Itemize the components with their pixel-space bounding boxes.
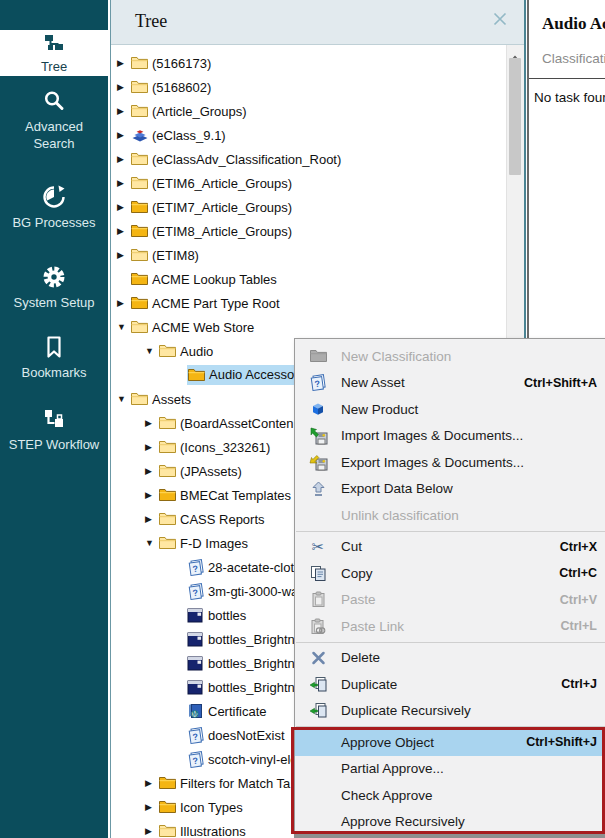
tree-row[interactable]: ▶(eClass_9.1) [111, 123, 507, 147]
expand-arrow-icon[interactable]: ▶ [145, 490, 159, 500]
collapse-arrow-icon[interactable]: ▼ [145, 346, 159, 356]
menu-item-cut[interactable]: ✂CutCtrl+X [295, 534, 605, 561]
tree-row[interactable]: ▶(ETIM6_Article_Groups) [111, 171, 507, 195]
menu-item-partial-approve[interactable]: Partial Approve... [295, 756, 605, 783]
sidebar-item-step-workflow[interactable]: STEP Workflow [0, 406, 108, 454]
expand-arrow-icon[interactable]: ▶ [117, 154, 131, 164]
tree-node-label: (Article_Groups) [152, 104, 247, 119]
asset-unknown-icon: ? [187, 751, 208, 768]
expand-arrow-icon[interactable]: ▶ [117, 226, 131, 236]
tree-row[interactable]: ▶(ETIM8_Article_Groups) [111, 219, 507, 243]
sidebar-item-bookmarks[interactable]: Bookmarks [0, 334, 108, 382]
folder-light-icon [131, 392, 152, 406]
menu-item-label: Check Approve [341, 788, 597, 803]
folder-light-icon [131, 152, 152, 166]
menu-item-label: New Classification [341, 349, 597, 364]
menu-item-duplicate-recursively[interactable]: Duplicate Recursively [295, 698, 605, 725]
menu-item-label: Duplicate [341, 677, 549, 692]
menu-item-new-asset[interactable]: ?New AssetCtrl+Shift+A [295, 370, 605, 397]
expand-arrow-icon[interactable]: ▶ [117, 82, 131, 92]
tree-node-label: F-D Images [180, 536, 248, 551]
menu-item-duplicate[interactable]: DuplicateCtrl+J [295, 671, 605, 698]
menu-item-approve-object[interactable]: Approve ObjectCtrl+Shift+J [295, 729, 605, 756]
tree-node-label: (eClass_9.1) [152, 128, 226, 143]
tree-row[interactable]: ▶(5166173) [111, 51, 507, 75]
tree-node-label: 28-acetate-cloth [208, 560, 301, 575]
tree-node-label: (JPAssets) [180, 464, 242, 479]
tree-node-label: ACME Part Type Root [152, 296, 280, 311]
menu-item-delete[interactable]: Delete [295, 645, 605, 672]
collapse-arrow-icon[interactable]: ▼ [117, 394, 131, 404]
expand-arrow-icon[interactable]: ▶ [117, 178, 131, 188]
image-asset-icon [187, 632, 208, 647]
menu-item-shortcut: Ctrl+V [560, 593, 597, 607]
expand-arrow-icon[interactable]: ▶ [145, 778, 159, 788]
image-asset-icon [187, 608, 208, 623]
folder-light-icon [159, 464, 180, 478]
context-menu-bottom-edge [294, 834, 605, 838]
tree-row[interactable]: ▶(5168602) [111, 75, 507, 99]
tree-node-label: bottles_Brightne [208, 656, 302, 671]
tree-node-label: Illustrations [180, 824, 246, 838]
detail-empty-message: No task found [534, 90, 605, 105]
duplicate-icon [295, 676, 341, 693]
expand-arrow-icon[interactable]: ▶ [145, 826, 159, 836]
tree-row[interactable]: ▶ACME Part Type Root [111, 291, 507, 315]
expand-arrow-icon[interactable]: ▶ [145, 514, 159, 524]
collapse-arrow-icon[interactable]: ▼ [117, 322, 131, 332]
expand-arrow-icon[interactable]: ▶ [117, 250, 131, 260]
sidebar-item-tree[interactable]: Tree [0, 30, 108, 76]
expand-arrow-icon[interactable]: ▶ [117, 130, 131, 140]
tree-row[interactable]: ▶(ETIM8) [111, 243, 507, 267]
expand-arrow-icon[interactable]: ▶ [117, 298, 131, 308]
menu-item-shortcut: Ctrl+X [560, 540, 597, 554]
sidebar-item-label: Bookmarks [4, 365, 104, 382]
expand-arrow-icon[interactable]: ▶ [117, 106, 131, 116]
menu-item-label: Delete [341, 650, 597, 665]
folder-light-icon [131, 104, 152, 118]
scrollbar-thumb[interactable] [509, 58, 521, 175]
menu-item-label: Approve Object [341, 735, 514, 750]
sidebar-item-system-setup[interactable]: System Setup [0, 264, 108, 312]
paste-link-icon [295, 618, 341, 635]
folder-dark-icon [131, 200, 152, 214]
tree-row[interactable]: ▶(eClassAdv_Classification_Root) [111, 147, 507, 171]
menu-item-approve-recursively[interactable]: Approve Recursively [295, 809, 605, 836]
expand-arrow-icon[interactable]: ▶ [117, 202, 131, 212]
menu-item-new-product[interactable]: New Product [295, 396, 605, 423]
expand-arrow-icon[interactable]: ▶ [145, 418, 159, 428]
menu-separator [296, 726, 605, 727]
menu-item-check-approve[interactable]: Check Approve [295, 782, 605, 809]
collapse-arrow-icon[interactable]: ▼ [145, 538, 159, 548]
menu-item-import-images-documents[interactable]: Import Images & Documents... [295, 423, 605, 450]
menu-item-copy[interactable]: CopyCtrl+C [295, 560, 605, 587]
folder-light-icon [131, 248, 152, 262]
expand-arrow-icon[interactable]: ▶ [145, 466, 159, 476]
expand-arrow-icon[interactable]: ▶ [145, 802, 159, 812]
tree-row[interactable]: ▶(Article_Groups) [111, 99, 507, 123]
sidebar-item-bg-processes[interactable]: BG Processes [0, 184, 108, 232]
certificate-icon: M [187, 703, 208, 719]
tree-node-label: scotch-vinyl-elec [208, 752, 304, 767]
folder-light-icon [159, 824, 180, 838]
menu-item-export-images-documents[interactable]: Export Images & Documents... [295, 449, 605, 476]
menu-separator [296, 642, 605, 643]
menu-item-shortcut: Ctrl+Shift+A [524, 376, 597, 390]
import-icon [295, 427, 341, 445]
folder-light-icon [131, 176, 152, 190]
detail-panel-title: Audio Accessories [542, 14, 605, 34]
sidebar-item-advanced-search[interactable]: Advanced Search [0, 88, 108, 153]
paste-icon [295, 591, 341, 608]
close-icon[interactable] [492, 11, 510, 29]
asset-unknown-icon: ? [187, 583, 208, 600]
tree-row[interactable]: ▼ACME Web Store [111, 315, 507, 339]
tree-node-label: bottles_Brightne [208, 632, 302, 647]
tree-row[interactable]: ACME Lookup Tables [111, 267, 507, 291]
sidebar-item-label: Advanced Search [4, 119, 104, 153]
tree-row[interactable]: ▶(ETIM7_Article_Groups) [111, 195, 507, 219]
expand-arrow-icon[interactable]: ▶ [117, 58, 131, 68]
sidebar-item-label: Tree [4, 59, 104, 76]
context-menu: New Classification?New AssetCtrl+Shift+A… [294, 338, 605, 835]
menu-item-export-data-below[interactable]: Export Data Below [295, 476, 605, 503]
expand-arrow-icon[interactable]: ▶ [145, 442, 159, 452]
